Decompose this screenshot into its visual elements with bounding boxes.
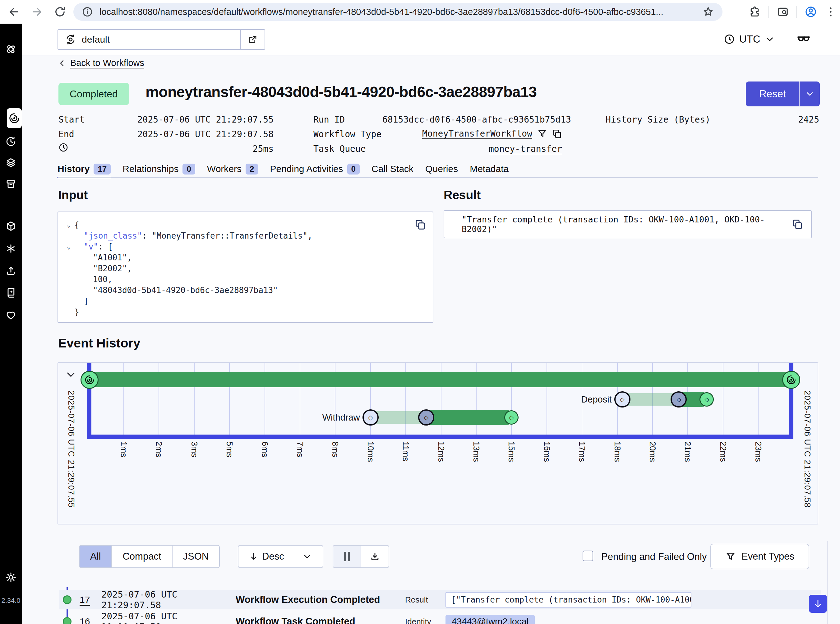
json-line: "json_class": "MoneyTransfer::TransferDe… — [63, 230, 424, 241]
tick-label: 12ms — [436, 442, 446, 462]
activity-scheduled-marker-withdraw[interactable]: ◇ — [362, 409, 379, 426]
scroll-to-bottom-button[interactable] — [809, 595, 827, 613]
namespace-name: default — [82, 34, 110, 45]
browser-reload-icon[interactable] — [54, 5, 66, 19]
event-row[interactable]: 172025-07-06 UTC 21:29:07.58Workflow Exe… — [59, 590, 822, 609]
tab-count-badge: 2 — [246, 164, 258, 175]
timezone-selector[interactable]: UTC — [724, 24, 775, 55]
browser-menu-icon[interactable] — [825, 6, 837, 18]
tick-label: 21ms — [683, 442, 692, 462]
activity-running-bar-withdraw[interactable] — [426, 410, 514, 425]
filter-funnel-icon[interactable] — [537, 129, 547, 139]
sidebar-item-workflows[interactable] — [7, 108, 22, 128]
activity-started-marker-deposit[interactable]: ◇ — [670, 391, 687, 408]
workflow-title: moneytransfer-48043d0d-5b41-4920-bd6c-3a… — [145, 83, 536, 100]
site-info-icon[interactable] — [82, 6, 93, 18]
download-button[interactable] — [361, 545, 388, 567]
json-line: "B2002", — [63, 263, 424, 274]
pending-failed-checkbox[interactable] — [583, 551, 593, 561]
sort-control: Desc — [238, 545, 323, 568]
tab-pending-activities[interactable]: Pending Activities0 — [270, 164, 360, 175]
app-version: 2.34.0 — [0, 597, 22, 605]
timezone-label: UTC — [739, 33, 760, 45]
event-row[interactable]: 162025-07-06 UTC 21:29:07.58Workflow Tas… — [59, 612, 822, 624]
activity-completed-marker-deposit[interactable]: ◇ — [700, 392, 714, 406]
meta-workflow-type-label: Workflow Type — [313, 129, 381, 139]
tick-labels: 1ms2ms3ms5ms6ms7ms8ms10ms11ms12ms13ms15m… — [91, 442, 789, 494]
activity-completed-marker-withdraw[interactable]: ◇ — [504, 410, 519, 425]
pause-button[interactable] — [333, 545, 361, 567]
sort-menu-caret[interactable] — [295, 545, 323, 567]
json-value: "B2002", — [93, 264, 132, 273]
sidebar-item-deployments-icon[interactable] — [5, 157, 17, 168]
timeline-chart: Withdraw◇◇◇Deposit◇◇◇ 2025-07-06 UTC 21:… — [57, 362, 818, 524]
sort-desc-button[interactable]: Desc — [239, 545, 295, 567]
back-link-label: Back to Workflows — [70, 58, 144, 68]
sidebar-item-import-icon[interactable] — [5, 265, 17, 276]
temporal-logo-icon[interactable] — [5, 43, 17, 55]
timeline-collapse-icon[interactable] — [65, 369, 77, 380]
view-compact-button[interactable]: Compact — [112, 545, 172, 567]
timeline-end-time: 2025-07-06 UTC 21:29:07.58 — [802, 391, 812, 508]
sidebar-item-docs-icon[interactable] — [5, 287, 17, 298]
activity-scheduled-marker-deposit[interactable]: ◇ — [614, 391, 630, 408]
collapse-toggle-icon[interactable]: ⌄ — [63, 241, 74, 252]
sidebar-item-schedules-icon[interactable] — [5, 136, 17, 147]
tab-metadata[interactable]: Metadata — [470, 164, 509, 174]
activity-started-marker-withdraw[interactable]: ◇ — [418, 409, 434, 426]
tick-label: 18ms — [612, 442, 622, 462]
event-detail-value: 43443@twm2.local — [445, 615, 535, 624]
tick-label: 1ms — [119, 442, 128, 457]
json-value: } — [74, 307, 79, 317]
address-bar[interactable]: localhost:8080/namespaces/default/workfl… — [73, 3, 723, 21]
tab-queries[interactable]: Queries — [425, 164, 458, 174]
playback-controls — [333, 545, 389, 568]
json-line: "A1001", — [63, 252, 424, 263]
sidebar-item-feedback-icon[interactable] — [5, 309, 17, 321]
view-all-button[interactable]: All — [80, 545, 112, 567]
tab-search-icon[interactable] — [777, 6, 789, 18]
theme-toggle-icon[interactable] — [5, 572, 17, 583]
tab-call-stack[interactable]: Call Stack — [371, 164, 413, 174]
json-value: "A1001", — [93, 253, 132, 262]
back-to-workflows-link[interactable]: Back to Workflows — [58, 58, 144, 68]
browser-forward-icon[interactable] — [31, 5, 43, 19]
bookmark-star-icon[interactable] — [702, 6, 714, 18]
reset-menu-caret[interactable] — [800, 82, 820, 107]
app-header: default UTC — [22, 24, 840, 56]
tab-relationships[interactable]: Relationships0 — [122, 164, 195, 175]
task-queue-link[interactable]: money-transfer — [382, 144, 562, 154]
view-json-button[interactable]: JSON — [173, 545, 219, 567]
json-line: ] — [63, 296, 424, 307]
duration-clock-icon — [59, 142, 68, 153]
event-id-link[interactable]: 16 — [80, 616, 101, 624]
tab-history[interactable]: History17 — [57, 164, 111, 175]
sidebar-item-archive-icon[interactable] — [5, 179, 17, 190]
tab-label: Pending Activities — [270, 164, 343, 174]
tab-workers[interactable]: Workers2 — [207, 164, 258, 175]
workflow-type-link[interactable]: MoneyTransferWorkflow — [422, 128, 532, 139]
tab-label: Queries — [425, 164, 458, 174]
sidebar-item-nexus-icon[interactable] — [5, 243, 17, 254]
extensions-icon[interactable] — [749, 6, 761, 18]
json-key: "json_class" — [84, 231, 142, 241]
event-id-link[interactable]: 17 — [80, 595, 101, 605]
json-value: 100, — [93, 275, 113, 284]
reset-button-label[interactable]: Reset — [746, 82, 799, 107]
copy-icon[interactable] — [552, 129, 562, 139]
reset-button[interactable]: Reset — [746, 82, 820, 107]
profile-avatar-icon[interactable] — [805, 6, 817, 18]
copy-icon[interactable] — [415, 219, 426, 230]
input-json-card: ⌄{"json_class": "MoneyTransfer::Transfer… — [57, 212, 433, 323]
labs-mode-icon[interactable] — [797, 32, 811, 46]
copy-icon[interactable] — [792, 219, 803, 230]
activity-label-withdraw: Withdraw — [322, 412, 360, 423]
namespace-open-button[interactable] — [240, 30, 265, 49]
sidebar-item-namespaces-icon[interactable] — [5, 221, 17, 232]
browser-back-icon[interactable] — [8, 5, 20, 19]
namespace-selector[interactable]: default — [57, 29, 265, 50]
event-types-button[interactable]: Event Types — [711, 544, 809, 569]
activity-scheduled-bar-deposit[interactable] — [623, 393, 679, 406]
meta-history-size-value: 2425 — [740, 114, 819, 125]
collapse-toggle-icon[interactable]: ⌄ — [63, 219, 74, 230]
